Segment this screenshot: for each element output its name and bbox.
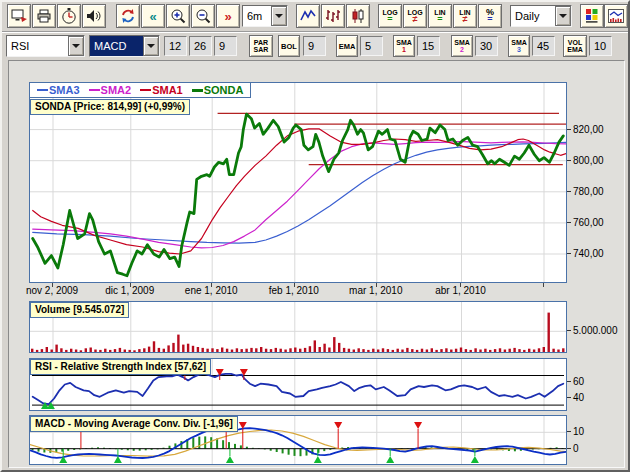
- indicator-select-left[interactable]: RSI: [6, 35, 85, 57]
- legend-item-sma3: SMA3: [37, 84, 80, 96]
- lin-notequal-icon: LIN ≠: [459, 9, 470, 23]
- rsi-label: RSI - Relative Strength Index [57,62]: [30, 359, 211, 375]
- legend-dash: [140, 89, 151, 91]
- candlestick-chart-button[interactable]: [346, 4, 370, 28]
- macd-slow-input[interactable]: 26: [189, 36, 212, 56]
- chart-application-window: « » 6m: [0, 0, 630, 472]
- lin-equal-icon: LIN =: [434, 9, 445, 23]
- percent-scale-button[interactable]: % =: [478, 4, 502, 28]
- ohlc-chart-icon: [324, 7, 342, 25]
- legend-item-sma2: SMA2: [89, 84, 132, 96]
- chart-window-icon: [607, 7, 625, 25]
- speaker-icon: [85, 7, 103, 25]
- indicator-left-value: RSI: [7, 36, 68, 56]
- scroll-left-icon: «: [149, 10, 156, 23]
- ema-button[interactable]: EMA: [336, 35, 358, 57]
- sma3-button[interactable]: SMA3: [508, 35, 530, 57]
- percent-scale-icon: % =: [486, 9, 494, 23]
- scroll-right-icon: »: [224, 10, 231, 23]
- refresh-icon: [119, 7, 137, 25]
- sma2-input[interactable]: 30: [475, 36, 498, 56]
- scroll-right-button[interactable]: »: [216, 4, 240, 28]
- volume-ema-button[interactable]: VOLEMA: [563, 35, 587, 57]
- export-chart-button[interactable]: [7, 4, 31, 28]
- refresh-button[interactable]: [116, 4, 140, 28]
- log-equal-scale-button[interactable]: LOG =: [378, 4, 402, 28]
- zoom-in-icon: [169, 7, 187, 25]
- palette-icon: [583, 7, 601, 25]
- export-chart-icon: [10, 7, 28, 25]
- colors-button[interactable]: [580, 4, 604, 28]
- macd-label: MACD - Moving Average Conv. Div. [-1,96]: [30, 416, 238, 432]
- legend-dash: [192, 89, 203, 92]
- line-chart-button[interactable]: [296, 4, 320, 28]
- sound-button[interactable]: [82, 4, 106, 28]
- volume-label: Volume [9.545.072]: [30, 302, 129, 318]
- print-button[interactable]: [32, 4, 56, 28]
- zoom-in-button[interactable]: [166, 4, 190, 28]
- sma3-input[interactable]: 45: [532, 36, 555, 56]
- frequency-select[interactable]: Daily: [510, 5, 572, 27]
- chevron-down-icon[interactable]: [555, 6, 571, 26]
- macd-signal-input[interactable]: 9: [214, 36, 237, 56]
- price-label: SONDA [Price: 814,99] (+0,99%): [30, 99, 190, 115]
- legend-dash: [89, 89, 100, 91]
- line-chart-icon: [299, 7, 317, 25]
- volume-ema-input[interactable]: 10: [589, 36, 612, 56]
- indicator-right-value: MACD: [90, 36, 143, 56]
- scroll-left-button[interactable]: «: [141, 4, 165, 28]
- log-notequal-icon: LOG ≠: [407, 9, 422, 23]
- timer-icon: [60, 7, 78, 25]
- print-icon: [35, 7, 53, 25]
- rsi-panel[interactable]: RSI - Relative Strength Index [57,62]: [29, 358, 567, 411]
- log-equal-icon: LOG =: [382, 9, 397, 23]
- timer-button[interactable]: [57, 4, 81, 28]
- legend-dash: [37, 89, 48, 91]
- indicator-window-button[interactable]: [604, 4, 628, 28]
- parabolic-sar-button[interactable]: PARSAR: [249, 35, 273, 57]
- price-chart-panel[interactable]: SONDA [Price: 814,99] (+0,99%): [29, 82, 567, 283]
- bollinger-input[interactable]: 9: [303, 36, 326, 56]
- sma2-button[interactable]: SMA2: [451, 35, 473, 57]
- zoom-out-button[interactable]: [191, 4, 215, 28]
- legend-item-sonda: SONDA: [192, 84, 244, 96]
- ema-input[interactable]: 5: [360, 36, 383, 56]
- chevron-down-icon[interactable]: [68, 36, 84, 56]
- period-select[interactable]: 6m: [242, 5, 288, 27]
- macd-fast-input[interactable]: 12: [164, 36, 187, 56]
- sma1-input[interactable]: 15: [417, 36, 440, 56]
- indicator-select-right[interactable]: MACD: [89, 35, 160, 57]
- legend-item-sma1: SMA1: [140, 84, 183, 96]
- sma1-button[interactable]: SMA1: [393, 35, 415, 57]
- legend: SMA3SMA2SMA1SONDA: [29, 82, 251, 98]
- volume-panel[interactable]: Volume [9.545.072]: [29, 301, 567, 353]
- candle-chart-icon: [349, 7, 367, 25]
- macd-panel[interactable]: MACD - Moving Average Conv. Div. [-1,96]: [29, 415, 567, 465]
- lin-notequal-scale-button[interactable]: LIN ≠: [453, 4, 477, 28]
- chevron-down-icon[interactable]: [271, 6, 287, 26]
- lin-equal-scale-button[interactable]: LIN =: [428, 4, 452, 28]
- period-value: 6m: [243, 6, 271, 26]
- chevron-down-icon[interactable]: [143, 36, 159, 56]
- bollinger-button[interactable]: BOL: [278, 35, 300, 57]
- frequency-value: Daily: [511, 6, 555, 26]
- main-toolbar: « » 6m: [2, 2, 628, 30]
- zoom-out-icon: [194, 7, 212, 25]
- indicator-toolbar: RSI MACD 12 26 9 PARSAR BOL 9 EMA 5 SMA1…: [2, 31, 628, 60]
- ohlc-chart-button[interactable]: [321, 4, 345, 28]
- log-notequal-scale-button[interactable]: LOG ≠: [403, 4, 427, 28]
